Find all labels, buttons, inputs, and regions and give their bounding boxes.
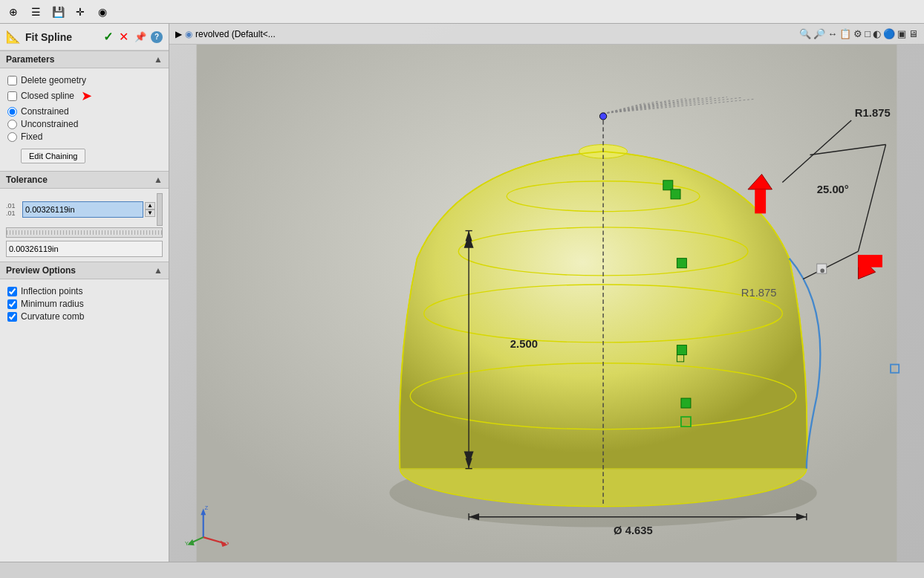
constrained-radio[interactable]: [7, 107, 17, 117]
curvature-comb-checkbox[interactable]: [7, 312, 17, 322]
vp-btn-clipboard[interactable]: 📋: [839, 28, 851, 39]
toolbar-btn-4[interactable]: ✛: [70, 2, 91, 22]
svg-rect-40: [858, 255, 882, 267]
viewport-svg: R1.875 25.00° R1.875 2.500 Ø 4.635: [169, 45, 924, 562]
angle-25-text: 25.00°: [817, 184, 849, 195]
r1875-mid-text: R1.875: [741, 287, 777, 299]
left-panel: 📐 Fit Spline ✓ ✕ 📌 ? Parameters ▲ Delete…: [0, 24, 169, 562]
svg-text:X: X: [227, 540, 229, 547]
tolerance-chevron: ▲: [154, 175, 163, 185]
constrained-label[interactable]: Constrained: [21, 106, 69, 117]
cancel-button[interactable]: ✕: [117, 28, 130, 45]
svg-point-35: [599, 113, 606, 120]
dia-4635-text: Ø 4.635: [614, 525, 653, 536]
tolerance-spin-down[interactable]: ▼: [145, 210, 155, 217]
parameters-chevron: ▲: [154, 54, 163, 65]
preview-options-chevron: ▲: [154, 265, 163, 276]
top-toolbar: ⊕ ☰ 💾 ✛ ◉: [0, 0, 924, 24]
minimum-radius-checkbox[interactable]: [7, 299, 17, 309]
bottom-bar: [0, 562, 924, 578]
vp-btn-monitor[interactable]: 🖥: [908, 28, 918, 39]
vp-btn-grid[interactable]: ▣: [897, 28, 906, 39]
toolbar-btn-2[interactable]: ☰: [25, 2, 46, 22]
panel-title: Fit Spline: [25, 31, 72, 43]
vp-btn-circle[interactable]: 🔵: [883, 28, 895, 39]
svg-text:Y: Y: [185, 540, 189, 547]
vp-btn-pan[interactable]: ↔: [827, 28, 837, 39]
tolerance-content: .01.01 ▲ ▼ 0.00326119in: [0, 189, 169, 262]
toolbar-btn-1[interactable]: ⊕: [3, 2, 24, 22]
tolerance-label: Tolerance: [6, 175, 48, 185]
inflection-points-label[interactable]: Inflection points: [21, 286, 82, 296]
tolerance-section-header[interactable]: Tolerance ▲: [0, 171, 169, 189]
delete-geometry-label[interactable]: Delete geometry: [21, 75, 86, 85]
parameters-label: Parameters: [6, 54, 54, 65]
vp-btn-gear[interactable]: ⚙: [853, 28, 862, 39]
tolerance-slider[interactable]: [6, 227, 163, 238]
fit-spline-icon: 📐: [6, 30, 21, 44]
unconstrained-radio[interactable]: [7, 120, 17, 129]
delete-geometry-row: Delete geometry: [7, 75, 161, 85]
svg-rect-38: [755, 189, 766, 213]
toolbar-btn-5[interactable]: ◉: [92, 2, 113, 22]
parameters-content: Delete geometry Closed spline ➤ Constrai…: [0, 68, 169, 171]
parameters-section-header[interactable]: Parameters ▲: [0, 51, 169, 68]
preview-options-label: Preview Options: [6, 265, 76, 276]
svg-rect-31: [677, 345, 686, 355]
unconstrained-label[interactable]: Unconstrained: [21, 119, 78, 129]
toolbar-btn-3[interactable]: 💾: [48, 2, 68, 22]
minimum-radius-row: Minimum radius: [7, 299, 161, 309]
dim-2500-text: 2.500: [510, 338, 538, 350]
delete-geometry-checkbox[interactable]: [7, 76, 17, 85]
axes-indicator: Z X Y: [184, 502, 229, 547]
unconstrained-row: Unconstrained: [7, 119, 161, 129]
preview-content: Inflection points Minimum radius Curvatu…: [0, 279, 169, 328]
fixed-radio[interactable]: [7, 132, 17, 142]
constrained-row: Constrained: [7, 106, 161, 117]
breadcrumb-icon: ◉: [185, 29, 192, 39]
minimum-radius-label[interactable]: Minimum radius: [21, 299, 84, 309]
tolerance-display: 0.00326119in: [6, 241, 163, 257]
svg-rect-30: [677, 259, 686, 268]
viewport[interactable]: ▶ ◉ revolved (Default<... 🔍 🔎 ↔ 📋 ⚙ □ ◐ …: [169, 24, 924, 562]
breadcrumb-text: revolved (Default<...: [195, 29, 276, 39]
pin-button[interactable]: 📌: [133, 30, 148, 44]
vp-btn-box[interactable]: □: [865, 28, 871, 39]
vp-btn-search[interactable]: 🔍: [799, 28, 811, 39]
svg-text:Z: Z: [204, 504, 208, 511]
confirm-button[interactable]: ✓: [102, 28, 114, 45]
panel-header: 📐 Fit Spline ✓ ✕ 📌 ?: [0, 24, 169, 51]
svg-point-42: [820, 269, 824, 273]
closed-spline-row: Closed spline ➤: [7, 88, 161, 104]
svg-rect-28: [663, 181, 673, 190]
preview-options-section-header[interactable]: Preview Options ▲: [0, 262, 169, 279]
r1875-top-text: R1.875: [855, 107, 891, 119]
fixed-label[interactable]: Fixed: [21, 131, 42, 142]
tolerance-input[interactable]: [22, 201, 143, 218]
inflection-points-checkbox[interactable]: [7, 287, 17, 296]
main-area: 📐 Fit Spline ✓ ✕ 📌 ? Parameters ▲ Delete…: [0, 24, 924, 562]
curvature-comb-row: Curvature comb: [7, 311, 161, 322]
tolerance-scrollbar[interactable]: [157, 193, 163, 226]
breadcrumb-bar: ▶ ◉ revolved (Default<... 🔍 🔎 ↔ 📋 ⚙ □ ◐ …: [169, 24, 924, 45]
closed-spline-label[interactable]: Closed spline: [21, 91, 74, 101]
closed-spline-checkbox[interactable]: [7, 91, 17, 101]
vp-btn-zoom[interactable]: 🔎: [813, 28, 825, 39]
help-icon[interactable]: ?: [151, 31, 163, 43]
fixed-row: Fixed: [7, 131, 161, 142]
closed-spline-arrow: ➤: [81, 88, 92, 104]
svg-rect-33: [681, 398, 691, 408]
bottom-bar-text: [6, 565, 14, 576]
curvature-comb-label[interactable]: Curvature comb: [21, 311, 84, 322]
vp-btn-shade[interactable]: ◐: [873, 28, 881, 39]
inflection-points-row: Inflection points: [7, 286, 161, 296]
breadcrumb-arrow: ▶: [175, 29, 182, 39]
tolerance-scale: .01.01: [6, 202, 21, 217]
tolerance-spin-up[interactable]: ▲: [145, 202, 155, 210]
edit-chaining-button[interactable]: Edit Chaining: [21, 149, 85, 163]
svg-rect-29: [671, 189, 680, 199]
